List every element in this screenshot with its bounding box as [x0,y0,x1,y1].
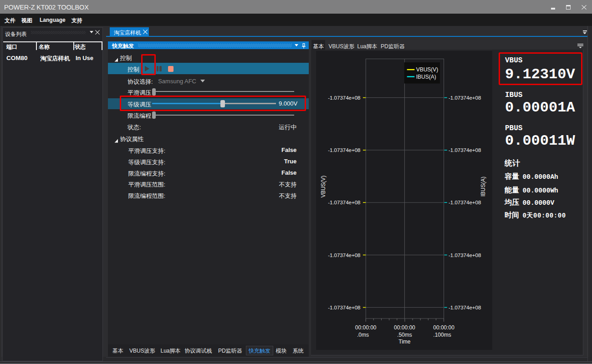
svg-text:Time: Time [398,339,411,345]
svg-text:-1.07374e+08: -1.07374e+08 [328,200,360,205]
svg-text:00:00:00: 00:00:00 [433,324,454,331]
svg-text:.50ms: .50ms [397,332,412,338]
svg-text:00:00:00: 00:00:00 [355,324,377,331]
svg-text:IBUS(A): IBUS(A) [416,74,436,80]
svg-text:IBUS(A): IBUS(A) [480,177,486,197]
svg-text:-1.07374e+08: -1.07374e+08 [449,147,481,153]
svg-text:00:00:00: 00:00:00 [394,324,415,331]
svg-text:VBUS(V): VBUS(V) [416,66,439,73]
svg-text:-1.07374e+08: -1.07374e+08 [449,95,481,101]
svg-text:.100ms: .100ms [433,332,451,338]
svg-text:-1.07374e+08: -1.07374e+08 [328,253,360,258]
svg-text:-1.07374e+08: -1.07374e+08 [328,305,360,310]
svg-text:-1.07374e+08: -1.07374e+08 [449,200,481,205]
svg-text:-1.07374e+08: -1.07374e+08 [328,95,360,101]
svg-text:-1.07374e+08: -1.07374e+08 [449,253,481,258]
svg-text:-1.07374e+08: -1.07374e+08 [449,305,481,310]
svg-text:.0ms: .0ms [357,332,369,338]
svg-text:VBUS(V): VBUS(V) [320,176,327,198]
svg-text:-1.07374e+08: -1.07374e+08 [328,147,360,153]
